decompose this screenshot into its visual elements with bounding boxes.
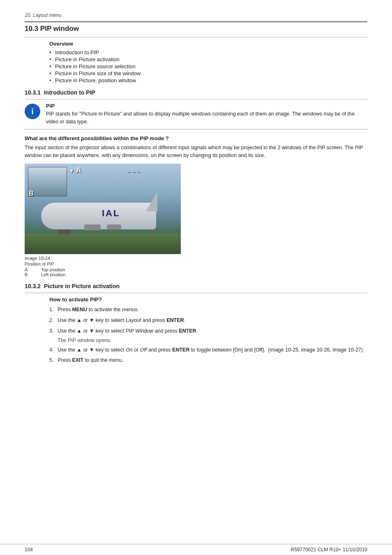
legend-row-b: B Left position <box>25 272 367 277</box>
overview-heading: Overview <box>49 41 367 47</box>
what-are-text: The input section of the projector allow… <box>25 144 367 160</box>
page-number: 104 <box>25 547 33 553</box>
list-item: Introduction to PIP <box>49 49 367 56</box>
footer: 104 R59770021 CLM R10+ 11/10/2010 <box>0 544 392 555</box>
pip-small-window <box>28 167 67 197</box>
how-to-title: How to activate PIP? <box>49 296 367 303</box>
legend-desc-b: Left position <box>41 272 65 277</box>
chapter-label: 10. Layout menu <box>25 12 367 18</box>
subsection-1-title: 10.3.1 Introduction to PIP <box>25 89 367 96</box>
image-caption-1: Image 10-24 <box>25 256 367 261</box>
airline-text: IAL <box>102 208 120 219</box>
step-2-num: 2. <box>49 317 53 324</box>
list-item: Picture in Picture source selection <box>49 63 367 69</box>
pip-label-b: B <box>29 190 34 197</box>
engine-1 <box>84 224 101 230</box>
list-item: Picture in Picture size of the window <box>49 70 367 76</box>
step-4-num: 4. <box>49 346 53 354</box>
step-1-num: 1. <box>49 306 53 314</box>
step-4: 4. Use the ▲ or ▼ key to select On or Of… <box>49 346 367 354</box>
legend-row-a: A Top position <box>25 267 367 272</box>
engine-2 <box>107 224 121 229</box>
list-item: Picture in Picture, position window <box>49 77 367 83</box>
section-title-divider <box>25 37 367 37</box>
footer-right: R59770021 CLM R10+ 11/10/2010 <box>291 547 367 553</box>
image-caption-2: Position of PiP <box>25 261 367 266</box>
what-are-title: What are the different possibilities wit… <box>25 135 367 141</box>
step-3: 3. Use the ▲ or ▼ key to select PIP Wind… <box>49 327 367 335</box>
ground <box>25 234 181 254</box>
pip-image: ▼ A B IAL ∽ ∽ ∽ <box>25 164 181 254</box>
step-5: 5. Press EXIT to quit the menu. <box>49 356 367 364</box>
legend-letter-b: B <box>25 272 37 277</box>
airplane-tail <box>146 192 157 211</box>
image-legend: A Top position B Left position <box>25 267 367 277</box>
legend-desc-a: Top position <box>41 267 65 272</box>
step-1: 1. Press MENU to activate the menus. <box>49 306 367 314</box>
landing-gear <box>58 229 71 234</box>
info-box-text: PiP stands for "Picture in Picture" and … <box>46 110 367 126</box>
top-divider <box>25 21 367 22</box>
step-2: 2. Use the ▲ or ▼ key to select Layout a… <box>49 317 367 324</box>
subsection-2-divider <box>25 293 367 293</box>
steps-list-2: 4. Use the ▲ or ▼ key to select On or Of… <box>49 346 367 365</box>
info-icon: i <box>25 104 40 119</box>
info-content: PiP PiP stands for "Picture in Picture" … <box>46 103 367 126</box>
legend-letter-a: A <box>25 267 37 272</box>
steps-list: 1. Press MENU to activate the menus. 2. … <box>49 306 367 335</box>
subsection-2-title: 10.3.2 Picture in Picture activation <box>25 283 367 289</box>
birds-decoration: ∽ ∽ ∽ <box>127 170 141 175</box>
section-title: 10.3 PIP window <box>25 25 367 33</box>
list-item: Picture in Picture activation <box>49 56 367 62</box>
overview-list: Introduction to PIP Picture in Picture a… <box>49 49 367 83</box>
info-box-label: PiP <box>46 103 367 109</box>
pip-arrow-a: ▼ A <box>69 166 81 175</box>
info-box: i PiP PiP stands for "Picture in Picture… <box>25 99 367 130</box>
step-3-num: 3. <box>49 327 53 335</box>
sub-note: The PIP window opens. <box>58 338 367 343</box>
step-5-num: 5. <box>49 356 53 364</box>
